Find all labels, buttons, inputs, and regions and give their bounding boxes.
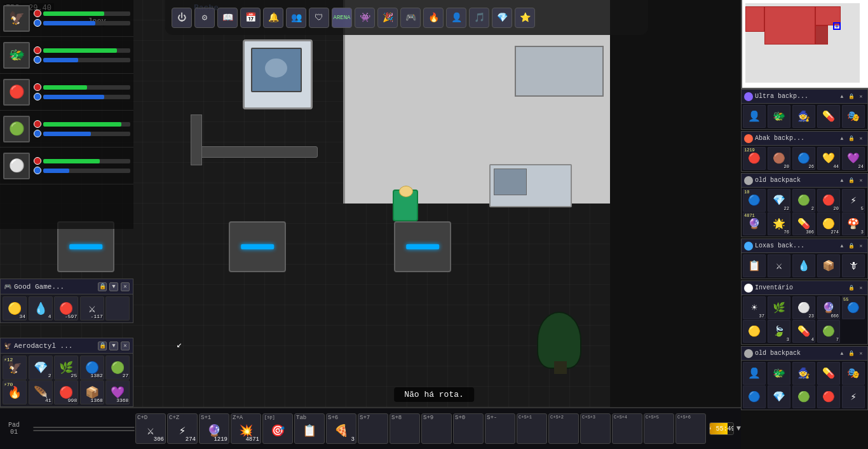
rslot-ob1-4[interactable]: ⚡5: [842, 189, 865, 212]
rslot-inv-4[interactable]: 🔵55: [842, 296, 865, 319]
hud-monster-btn[interactable]: 👾: [355, 8, 375, 28]
rslot-ab-2[interactable]: 🔵26: [792, 147, 815, 170]
rslot-ub-3[interactable]: 💊: [817, 105, 840, 128]
lock-old-backpack-1[interactable]: 🔒: [848, 177, 855, 184]
hud-party2-btn[interactable]: 🎉: [377, 8, 398, 28]
hud-settings-btn[interactable]: ⚙: [194, 8, 215, 28]
hotkey-s8[interactable]: S+8: [390, 413, 420, 444]
hud-fire-btn[interactable]: 🔥: [423, 8, 444, 28]
hud-power-btn[interactable]: ⏻: [172, 8, 192, 28]
lock-inventario[interactable]: 🔒: [848, 284, 855, 292]
rslot-ob1-2[interactable]: 🟢2: [792, 189, 815, 212]
hud-book-btn[interactable]: 📖: [217, 8, 238, 28]
rslot-inv-3[interactable]: 🔮666: [817, 296, 840, 319]
rslot-ub-2[interactable]: 🧙: [792, 105, 815, 128]
lock-old-backpack-2[interactable]: 🔒: [848, 350, 855, 357]
hotkey-cs2[interactable]: C+S+2: [548, 413, 579, 444]
hud-game-btn[interactable]: 🎮: [400, 8, 421, 28]
hotkey-space[interactable]: [sp] 🎯: [262, 413, 293, 444]
rslot-inv-2[interactable]: ⚪23: [792, 296, 815, 319]
rslot-ob1-5[interactable]: 🔮4871: [743, 212, 766, 235]
rslot-ob2-5[interactable]: 🔵: [743, 385, 766, 408]
hotkey-s6[interactable]: S+6 🍕 3: [326, 413, 356, 444]
inv-close-btn-2[interactable]: ✕: [121, 282, 130, 291]
hud-person-btn[interactable]: 👤: [446, 8, 466, 28]
hud-party-btn[interactable]: 👥: [286, 8, 306, 28]
hotkey-cs5[interactable]: C+S+5: [644, 413, 674, 444]
rslot-ob2-6[interactable]: 💎: [768, 385, 790, 408]
inv-lock-btn-1[interactable]: 🔒: [98, 342, 107, 350]
hud-star-btn[interactable]: ⭐: [515, 8, 535, 28]
hotkey-cs6[interactable]: C+S+6: [675, 413, 706, 444]
nav-arrow[interactable]: ↙: [177, 339, 182, 350]
inv-min-btn-2[interactable]: ▼: [109, 282, 118, 291]
rslot-inv-7[interactable]: 💊4: [792, 320, 815, 343]
inv-slot-a-7[interactable]: 🔴998: [54, 380, 78, 404]
hotkey-tab[interactable]: Tab 📋: [294, 413, 325, 444]
rslot-ob1-1[interactable]: 💎22: [768, 189, 790, 212]
rslot-ob1-8[interactable]: 🟡274: [817, 212, 840, 235]
close-loxas-backpack[interactable]: ✕: [857, 242, 865, 250]
rslot-ob2-4[interactable]: 🎭: [842, 362, 865, 385]
close-inventario[interactable]: ✕: [857, 284, 865, 292]
rslot-ab-4[interactable]: 💜24: [842, 147, 865, 170]
inv-slot-gg-2[interactable]: 🔴-597: [54, 296, 78, 321]
rslot-lx-4[interactable]: 🗡: [842, 254, 865, 277]
inv-min-btn-1[interactable]: ▼: [109, 342, 118, 350]
hud-music-btn[interactable]: 🎵: [469, 8, 489, 28]
rslot-ub-0[interactable]: 👤: [743, 105, 766, 128]
hotkey-cs1[interactable]: C+S+1: [517, 413, 547, 444]
up-ultra-backpack[interactable]: ▲: [838, 93, 846, 100]
hotkey-s9[interactable]: S+9: [421, 413, 452, 444]
up-old-backpack-2[interactable]: ▲: [838, 350, 846, 357]
rslot-ob1-9[interactable]: 🍄3: [842, 212, 865, 235]
hud-bell-btn[interactable]: 🔔: [263, 8, 283, 28]
rslot-ob2-0[interactable]: 👤: [743, 362, 766, 385]
hotkey-cs3[interactable]: C+S+3: [580, 413, 611, 444]
hotkey-s0[interactable]: S+0: [453, 413, 484, 444]
rslot-ob2-7[interactable]: 🟢: [792, 385, 815, 408]
inv-slot-a-2[interactable]: 🌿25: [54, 356, 78, 380]
hud-calendar-btn[interactable]: 📅: [240, 8, 261, 28]
rslot-ab-1[interactable]: 🟤20: [768, 147, 790, 170]
rslot-ob2-8[interactable]: 🔴: [817, 385, 840, 408]
lock-loxas-backpack[interactable]: 🔒: [848, 242, 855, 250]
rslot-lx-2[interactable]: 💧: [792, 254, 815, 277]
rslot-lx-3[interactable]: 📦: [817, 254, 840, 277]
inv-close-btn-1[interactable]: ✕: [121, 342, 130, 350]
rslot-ob2-2[interactable]: 🧙: [792, 362, 815, 385]
rslot-ub-4[interactable]: 🎭: [842, 105, 865, 128]
inv-slot-a-3[interactable]: 🔵1382: [80, 356, 104, 380]
hotkey-cz[interactable]: C+Z ⚡ 274: [167, 413, 198, 444]
inv-slot-gg-1[interactable]: 💧4: [29, 296, 53, 321]
rslot-ob2-9[interactable]: ⚡: [842, 385, 865, 408]
rslot-ob2-1[interactable]: 🐲: [768, 362, 790, 385]
hud-gem-btn[interactable]: 💎: [492, 8, 512, 28]
hotkey-cs4[interactable]: C+S+4: [612, 413, 642, 444]
close-ultra-backpack[interactable]: ✕: [857, 93, 865, 100]
close-old-backpack-1[interactable]: ✕: [857, 177, 865, 184]
inv-lock-btn-2[interactable]: 🔒: [98, 282, 107, 291]
rslot-ob1-6[interactable]: 🌟76: [768, 212, 790, 235]
rslot-inv-0[interactable]: ☀37: [743, 296, 766, 319]
lock-abak-backpack[interactable]: 🔒: [848, 135, 855, 142]
rslot-ob2-3[interactable]: 💊: [817, 362, 840, 385]
up-old-backpack-1[interactable]: ▲: [838, 177, 846, 184]
rslot-inv-8[interactable]: 🟢7: [817, 320, 840, 343]
hud-shield-btn[interactable]: 🛡: [309, 8, 329, 28]
rslot-ob1-0[interactable]: 🔵10: [743, 189, 766, 212]
inv-slot-a-0[interactable]: 🦅⚡12: [3, 356, 27, 380]
inv-slot-a-1[interactable]: 💎2: [29, 356, 53, 380]
expand-btn[interactable]: ▼: [736, 424, 741, 433]
up-abak-backpack[interactable]: ▲: [838, 135, 846, 142]
hotkey-za[interactable]: Z+A 💥 4871: [231, 413, 261, 444]
inv-slot-a-5[interactable]: 🔥⚡70: [3, 380, 27, 404]
rslot-inv-6[interactable]: 🍃3: [768, 320, 790, 343]
close-old-backpack-2[interactable]: ✕: [857, 350, 865, 357]
up-loxas-backpack[interactable]: ▲: [838, 242, 846, 250]
lock-ultra-backpack[interactable]: 🔒: [848, 93, 855, 100]
rslot-ob1-3[interactable]: 🔴20: [817, 189, 840, 212]
inv-slot-a-9[interactable]: 💜3368: [105, 380, 130, 404]
inv-slot-a-4[interactable]: 🟢27: [105, 356, 130, 380]
rslot-lx-0[interactable]: 📋: [743, 254, 766, 277]
